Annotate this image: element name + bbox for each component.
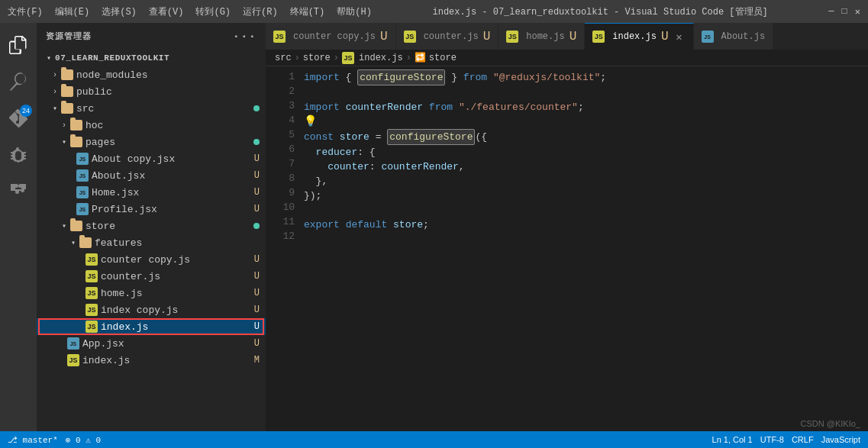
menu-view[interactable]: 查看(V): [149, 5, 184, 18]
sidebar-more-button[interactable]: ···: [233, 30, 257, 44]
code-line-10: [304, 203, 868, 218]
folder-icon: [79, 237, 92, 248]
tree-home-js[interactable]: JS home.js U: [37, 285, 266, 301]
minimize-button[interactable]: ─: [828, 6, 834, 18]
tree-about-copy-jsx[interactable]: JS About copy.jsx U: [37, 150, 266, 167]
code-line-12: [304, 232, 868, 247]
tree-node-modules[interactable]: › node_modules: [37, 66, 266, 83]
menu-select[interactable]: 选择(S): [102, 5, 137, 18]
activity-search[interactable]: [0, 63, 37, 100]
code-line-7: counter : counterRender ,: [304, 160, 868, 174]
breadcrumb-symbol-icon: 🔁: [415, 52, 426, 63]
tree-index-copy-js[interactable]: JS index copy.js U: [37, 301, 266, 318]
modified-badge: U: [254, 305, 260, 315]
git-badge: 24: [20, 105, 32, 117]
tab-index-js[interactable]: JS index.js U ✕: [585, 23, 693, 50]
tree-features[interactable]: ▾ features: [37, 234, 266, 251]
tab-counter-js[interactable]: JS counter.js U: [396, 23, 499, 50]
tree-store[interactable]: ▾ store: [37, 218, 266, 234]
menu-bar[interactable]: 文件(F) 编辑(E) 选择(S) 查看(V) 转到(G) 运行(R) 终端(T…: [8, 5, 372, 18]
tree-item-label: hoc: [86, 120, 103, 131]
breadcrumb-src[interactable]: src: [275, 53, 292, 63]
chevron-down-icon: ▾: [67, 237, 79, 249]
tree-counter-copy-js[interactable]: JS counter copy.js U: [37, 251, 266, 268]
menu-help[interactable]: 帮助(H): [337, 5, 372, 18]
code-content[interactable]: import { configureStore } from "@reduxjs…: [304, 69, 868, 431]
tab-close-button[interactable]: ✕: [673, 31, 686, 43]
chevron-right-icon: ›: [49, 69, 61, 81]
breadcrumb-store[interactable]: store: [303, 53, 331, 63]
tab-home-js[interactable]: JS home.js U: [499, 23, 585, 50]
tree-counter-js[interactable]: JS counter.js U: [37, 268, 266, 285]
folder-icon: [61, 69, 73, 80]
activity-bar: 24: [0, 23, 37, 431]
activity-explorer[interactable]: [0, 27, 37, 63]
modified-badge: U: [254, 170, 260, 181]
menu-file[interactable]: 文件(F): [8, 5, 43, 18]
jsx-file-icon: JS: [702, 31, 714, 43]
chevron-down-icon: ▾: [49, 102, 61, 114]
tab-bar: JS counter copy.js U JS counter.js U JS …: [266, 23, 868, 50]
tree-item-label: features: [95, 237, 142, 249]
breadcrumb-indexjs[interactable]: index.js: [359, 53, 403, 63]
tree-src[interactable]: ▾ src: [37, 100, 266, 117]
tree-item-label: src: [76, 103, 94, 114]
menu-terminal[interactable]: 终端(T): [290, 5, 325, 18]
project-name: 07_LEARN_REDUXTOOLKIT: [55, 53, 169, 63]
code-line-4: 💡: [304, 114, 868, 129]
tree-index-js-src[interactable]: JS index.js M: [37, 352, 266, 369]
tab-counter-copy-js[interactable]: JS counter copy.js U: [266, 23, 396, 50]
tab-label: About.js: [721, 31, 766, 42]
tree-item-label: index.js: [101, 321, 148, 333]
maximize-button[interactable]: □: [842, 6, 847, 18]
close-button[interactable]: ✕: [855, 6, 860, 18]
line-ending: CRLF: [792, 435, 814, 444]
window-controls[interactable]: ─ □ ✕: [828, 6, 860, 18]
tree-hoc[interactable]: › hoc: [37, 117, 266, 134]
git-branch[interactable]: ⎇ master*: [8, 435, 58, 445]
window-title: index.js - 07_learn_reduxtoolkit - Visua…: [432, 5, 767, 18]
tab-label: home.js: [526, 31, 564, 42]
errors-count[interactable]: ⊗ 0 ⚠ 0: [66, 435, 101, 445]
activity-debug[interactable]: [0, 137, 37, 173]
tree-about-jsx[interactable]: JS About.jsx U: [37, 167, 266, 184]
activity-git[interactable]: 24: [0, 100, 37, 137]
modified-badge: U: [254, 153, 260, 164]
tab-about-js[interactable]: JS About.js: [694, 23, 774, 50]
tree-project-root[interactable]: ▾ 07_LEARN_REDUXTOOLKIT: [37, 50, 266, 66]
tree-home-jsx[interactable]: JS Home.jsx U: [37, 184, 266, 201]
activity-extensions[interactable]: [0, 173, 37, 210]
tree-item-label: Profile.jsx: [92, 204, 157, 215]
tree-item-label: public: [76, 86, 112, 98]
code-line-9: });: [304, 189, 868, 203]
jsx-file-icon: JS: [67, 337, 79, 350]
jsx-file-icon: JS: [76, 153, 89, 165]
js-file-icon: JS: [404, 31, 416, 43]
chevron-right-icon: ›: [49, 85, 61, 98]
modified-badge: U: [254, 271, 260, 282]
tree-item-label: index.js: [82, 355, 130, 366]
menu-edit[interactable]: 编辑(E): [55, 5, 90, 18]
encoding: UTF-8: [760, 435, 784, 444]
js-file-icon: JS: [86, 253, 98, 266]
breadcrumb: src › store › JS index.js › 🔁 store: [266, 50, 868, 66]
tree-public[interactable]: › public: [37, 83, 266, 100]
breadcrumb-symbol[interactable]: store: [429, 53, 457, 63]
modified-badge: U: [254, 338, 260, 349]
js-file-icon: JS: [506, 31, 518, 43]
tree-profile-jsx[interactable]: JS Profile.jsx U: [37, 201, 266, 218]
language-mode[interactable]: JavaScript: [821, 435, 860, 444]
tree-index-js-active[interactable]: JS index.js U: [37, 318, 266, 335]
tree-item-label: index copy.js: [101, 305, 178, 316]
js-file-icon: JS: [86, 270, 98, 282]
tree-pages[interactable]: ▾ pages: [37, 134, 266, 150]
modified-dot: [253, 105, 260, 111]
menu-run[interactable]: 运行(R): [243, 5, 278, 18]
tree-app-jsx[interactable]: JS App.jsx U: [37, 335, 266, 352]
cursor-position: Ln 1, Col 1: [712, 435, 753, 444]
modified-dot: [253, 223, 260, 229]
js-file-icon: JS: [67, 354, 79, 366]
menu-goto[interactable]: 转到(G): [195, 5, 231, 18]
code-line-6: reducer : {: [304, 145, 868, 160]
highlight-configureStore: configureStore: [357, 69, 445, 85]
